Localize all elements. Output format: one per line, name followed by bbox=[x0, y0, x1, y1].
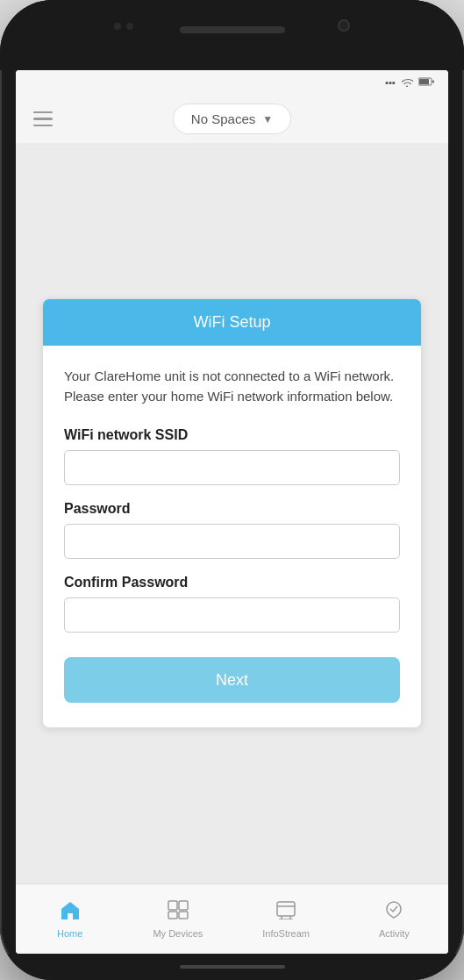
wifi-card-body: Your ClareHome unit is not connected to … bbox=[43, 346, 421, 727]
confirm-password-input[interactable] bbox=[64, 597, 400, 633]
activity-icon bbox=[383, 900, 404, 925]
confirm-password-label: Confirm Password bbox=[64, 575, 400, 590]
svg-rect-3 bbox=[168, 901, 177, 910]
nav-activity[interactable]: Activity bbox=[340, 900, 448, 939]
nav-devices-label: My Devices bbox=[153, 928, 203, 939]
hamburger-button[interactable] bbox=[33, 111, 53, 127]
sensor-1 bbox=[114, 23, 121, 30]
spaces-dropdown[interactable]: No Spaces ▼ bbox=[173, 104, 291, 134]
status-bar: ▪▪▪ bbox=[16, 70, 448, 95]
password-field-group: Password bbox=[64, 501, 400, 559]
wifi-description: Your ClareHome unit is not connected to … bbox=[64, 367, 400, 406]
spaces-label: No Spaces bbox=[191, 111, 255, 126]
svg-rect-5 bbox=[168, 912, 177, 919]
app-header: No Spaces ▼ bbox=[16, 95, 448, 143]
nav-infostream[interactable]: InfoStream bbox=[232, 900, 340, 939]
ssid-label: WiFi network SSID bbox=[64, 427, 400, 443]
home-icon bbox=[60, 900, 81, 925]
phone-camera bbox=[338, 19, 350, 32]
wifi-setup-card: WiFi Setup Your ClareHome unit is not co… bbox=[42, 298, 422, 728]
phone-speaker bbox=[180, 26, 285, 33]
phone-bottom-bar bbox=[0, 954, 464, 980]
main-content: WiFi Setup Your ClareHome unit is not co… bbox=[16, 143, 448, 883]
wifi-setup-title: WiFi Setup bbox=[193, 313, 270, 331]
hamburger-line-3 bbox=[33, 125, 53, 127]
sensor-2 bbox=[126, 23, 133, 30]
phone-sensors bbox=[114, 23, 133, 30]
confirm-password-field-group: Confirm Password bbox=[64, 575, 400, 633]
devices-icon bbox=[168, 900, 189, 925]
chevron-down-icon: ▼ bbox=[262, 113, 273, 125]
svg-rect-1 bbox=[419, 79, 429, 84]
battery-icon bbox=[418, 77, 434, 88]
phone-top-bar bbox=[0, 0, 464, 70]
ssid-field-group: WiFi network SSID bbox=[64, 427, 400, 485]
phone-frame: ▪▪▪ bbox=[0, 0, 464, 980]
nav-home-label: Home bbox=[57, 928, 82, 939]
password-input[interactable] bbox=[64, 524, 400, 559]
hamburger-line-2 bbox=[33, 118, 53, 120]
wifi-card-header: WiFi Setup bbox=[43, 299, 421, 346]
svg-rect-6 bbox=[179, 912, 188, 919]
svg-rect-2 bbox=[432, 81, 434, 83]
ssid-input[interactable] bbox=[64, 450, 400, 485]
bottom-nav: Home My Devices bbox=[16, 883, 448, 954]
nav-my-devices[interactable]: My Devices bbox=[124, 900, 232, 939]
hamburger-line-1 bbox=[33, 111, 53, 114]
nav-infostream-label: InfoStream bbox=[262, 928, 310, 939]
nav-home[interactable]: Home bbox=[16, 900, 124, 939]
svg-rect-7 bbox=[277, 902, 295, 916]
phone-screen: ▪▪▪ bbox=[16, 70, 448, 954]
next-button[interactable]: Next bbox=[64, 657, 400, 703]
nav-activity-label: Activity bbox=[379, 928, 410, 939]
home-indicator bbox=[180, 965, 285, 969]
signal-icon: ▪▪▪ bbox=[385, 77, 396, 88]
password-label: Password bbox=[64, 501, 400, 517]
infostream-icon bbox=[275, 900, 296, 925]
svg-rect-4 bbox=[179, 901, 188, 910]
wifi-icon bbox=[401, 77, 413, 89]
